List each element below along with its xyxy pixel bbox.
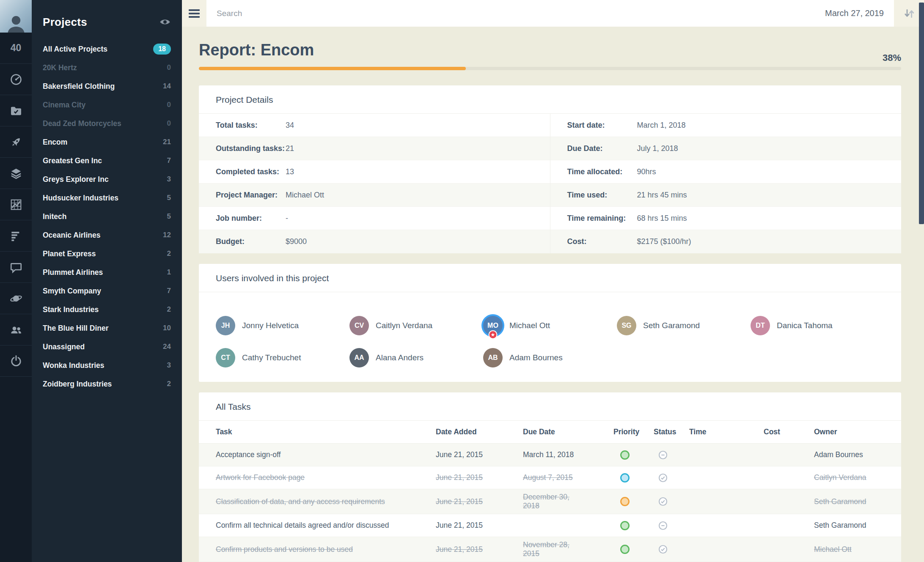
rocket-icon — [9, 135, 23, 149]
sidebar-item-project[interactable]: Cinema City0 — [32, 96, 182, 114]
sidebar-item-project[interactable]: Smyth Company7 — [32, 282, 182, 300]
status-minus-icon[interactable] — [658, 450, 668, 460]
task-due_date: December 30, 2018 — [523, 493, 613, 510]
user-name: Jonny Helvetica — [242, 321, 299, 330]
detail-label: Total tasks: — [216, 121, 286, 130]
rail-item-power[interactable] — [0, 345, 32, 377]
status-check-icon[interactable] — [658, 473, 668, 483]
sidebar-item-project[interactable]: Oceanic Airlines12 — [32, 226, 182, 244]
project-count: 10 — [163, 324, 171, 332]
task-owner-text: Adam Bournes — [814, 450, 863, 459]
sidebar-item-project[interactable]: Encom21 — [32, 133, 182, 151]
user-item[interactable]: JHJonny Helvetica — [216, 316, 349, 335]
detail-value: 90hrs — [637, 167, 656, 176]
project-count: 21 — [163, 138, 171, 146]
priority-green-dot[interactable] — [620, 521, 630, 530]
sidebar-item-project[interactable]: Plummet Airlines1 — [32, 263, 182, 282]
rail-item-team[interactable] — [0, 314, 32, 345]
priority-orange-dot[interactable] — [620, 497, 630, 506]
project-name: Wonka Industries — [43, 361, 167, 370]
sidebar-item-project[interactable]: 20K Hertz0 — [32, 58, 182, 77]
tasks-table-body: Acceptance sign-offJune 21, 2015March 11… — [199, 444, 901, 562]
project-count: 7 — [167, 156, 171, 165]
task-row[interactable]: Confirm products and versions to be used… — [199, 537, 901, 562]
sidebar-item-project[interactable]: All Active Projects18 — [32, 40, 182, 58]
priority-green-dot[interactable] — [620, 545, 630, 554]
report-content: Report: Encom 38% Project Details Total … — [182, 27, 924, 562]
profile-photo[interactable] — [0, 0, 32, 33]
column-header: Due Date — [523, 428, 613, 436]
rail-item-chart[interactable] — [0, 189, 32, 220]
search-bar: March 27, 2019 — [206, 0, 894, 27]
detail-row: Budget:$9000 — [199, 230, 550, 253]
search-input[interactable] — [217, 9, 825, 18]
user-item[interactable]: MO★Michael Ott — [483, 316, 617, 335]
detail-value: Michael Ott — [286, 191, 324, 200]
user-item[interactable]: DTDanica Tahoma — [751, 316, 884, 335]
rail-item-planet[interactable] — [0, 283, 32, 314]
detail-value: 34 — [286, 121, 294, 130]
project-count: 2 — [167, 305, 171, 314]
task-row[interactable]: Artwork for Facebook pageJune 21, 2015Au… — [199, 466, 901, 489]
sidebar-item-project[interactable]: Greatest Gen Inc7 — [32, 151, 182, 170]
task-owner: Seth Garamond — [814, 497, 884, 506]
user-item[interactable]: AAAlana Anders — [349, 348, 483, 367]
status-check-icon[interactable] — [658, 544, 668, 554]
detail-label: Budget: — [216, 237, 286, 246]
sidebar-item-project[interactable]: Initech5 — [32, 207, 182, 226]
project-count-badge: 18 — [153, 44, 171, 55]
avatar: AA — [349, 348, 369, 367]
avatar: AB — [483, 348, 503, 367]
user-item[interactable]: SGSeth Garamond — [617, 316, 751, 335]
detail-value: July 1, 2018 — [637, 144, 678, 153]
detail-row: Project Manager:Michael Ott — [199, 184, 550, 207]
project-details-title: Project Details — [199, 85, 901, 114]
sidebar-item-project[interactable]: Dead Zed Motorcycles0 — [32, 114, 182, 133]
task-row[interactable]: Confirm all technical details agreed and… — [199, 514, 901, 537]
task-row[interactable]: Acceptance sign-offJune 21, 2015March 11… — [199, 444, 901, 466]
sidebar-item-project[interactable]: Stark Industries2 — [32, 300, 182, 319]
task-task-text: Acceptance sign-off — [216, 450, 280, 459]
sidebar-item-project[interactable]: Zoidberg Industries2 — [32, 375, 182, 393]
task-due_date-text: March 11, 2018 — [523, 450, 574, 459]
user-item[interactable]: ABAdam Bournes — [483, 348, 617, 367]
project-count: 12 — [163, 231, 171, 239]
sidebar-item-project[interactable]: Bakersfield Clothing14 — [32, 77, 182, 96]
eye-icon[interactable] — [159, 16, 171, 28]
rail-item-bars[interactable] — [0, 220, 32, 252]
task-owner-text: Michael Ott — [814, 545, 852, 554]
user-item[interactable]: CVCaitlyn Verdana — [349, 316, 483, 335]
project-count: 5 — [167, 194, 171, 202]
scrollbar-thumb[interactable] — [919, 3, 924, 224]
priority-green-dot[interactable] — [620, 450, 630, 460]
project-count: 14 — [163, 82, 171, 90]
users-title: Users involved in this project — [199, 264, 901, 292]
sidebar-item-project[interactable]: Wonka Industries3 — [32, 356, 182, 375]
priority-blue-dot[interactable] — [620, 473, 630, 482]
task-date_added-text: June 21, 2015 — [436, 450, 483, 459]
status-minus-icon[interactable] — [658, 521, 668, 531]
rail-item-dashboard[interactable] — [0, 64, 32, 95]
user-item[interactable]: CTCathy Trebuchet — [216, 348, 349, 367]
sidebar-item-project[interactable]: Hudsucker Industries5 — [32, 189, 182, 207]
folder-check-icon — [9, 104, 23, 118]
sidebar-item-project[interactable]: The Blue Hill Diner10 — [32, 319, 182, 337]
task-owner: Caitlyn Verdana — [814, 473, 884, 482]
rail-item-chat[interactable] — [0, 252, 32, 283]
task-row[interactable]: Classification of data, and any access r… — [199, 489, 901, 514]
task-priority-cell — [613, 521, 654, 530]
rail-item-layers[interactable] — [0, 158, 32, 189]
rail-item-rocket[interactable] — [0, 126, 32, 158]
status-check-icon[interactable] — [658, 496, 668, 507]
timer-count[interactable]: 40 — [0, 33, 32, 64]
chat-icon — [9, 260, 23, 274]
rail-item-folder-check[interactable] — [0, 95, 32, 126]
sidebar-item-project[interactable]: Greys Explorer Inc3 — [32, 170, 182, 189]
sidebar-item-project[interactable]: Planet Express2 — [32, 244, 182, 263]
project-name: Encom — [43, 138, 163, 147]
menu-button[interactable] — [182, 0, 206, 27]
sidebar-item-project[interactable]: Unassigned24 — [32, 337, 182, 356]
task-task: Confirm all technical details agreed and… — [216, 521, 436, 530]
task-priority-cell — [613, 497, 654, 506]
avatar-initials: DT — [756, 322, 764, 329]
